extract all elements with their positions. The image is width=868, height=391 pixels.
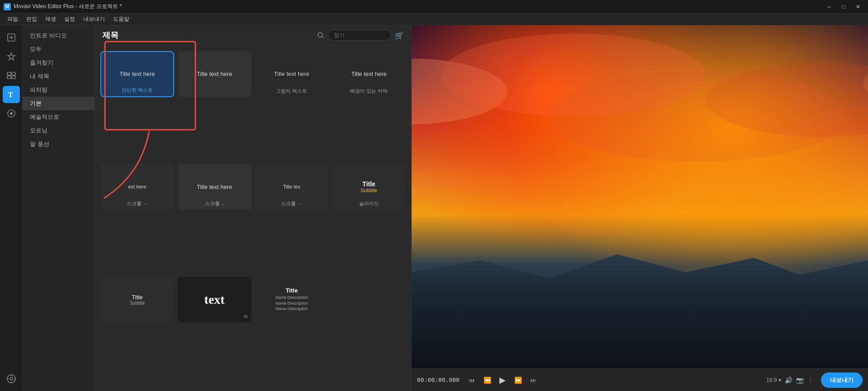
search-input[interactable] (328, 30, 391, 41)
category-speech-bubble[interactable]: 말 풍선 (23, 137, 95, 151)
name-card-title: Title (275, 287, 308, 294)
svg-point-21 (549, 71, 846, 162)
slide-title: Title (360, 180, 377, 188)
sidebar-icon-add-media[interactable] (3, 29, 20, 46)
slide-subtitle: Subtitle (360, 188, 377, 193)
sidebar-icon-text[interactable]: T (3, 86, 20, 103)
sidebar-icon-tools[interactable] (3, 370, 20, 387)
grid-item-text-large: text (204, 292, 225, 307)
svg-point-10 (10, 377, 13, 380)
menu-file[interactable]: 파일 (4, 14, 22, 24)
play-button[interactable]: ▶ (497, 374, 508, 386)
sidebar-icon-effects[interactable] (3, 48, 20, 65)
grid-item-text-scroll-right: ext here (128, 184, 147, 189)
minimize-button[interactable]: ─ (823, 2, 835, 11)
grid-item-slide[interactable]: Title Subtitle 슬라이드 (332, 164, 406, 210)
grid-item-slide-content: Title Subtitle (360, 180, 377, 193)
search-area: 🛒 (317, 30, 404, 41)
grid-item-text-plain: Title text here (197, 71, 232, 77)
preview-panel: 00:00:00.000 ⏮ ⏪ ▶ ⏩ ⏭ 16:9 ▾ 🔊 📷 ⋮ 내보내기 (412, 25, 868, 391)
title-sub-title: Title (130, 294, 145, 301)
category-all[interactable]: 모두 (23, 42, 95, 56)
zoom-icon: ⊖ (242, 312, 250, 320)
grid-item-name-card-content: Title Name DescriptionName DescriptionNa… (275, 287, 308, 312)
grid-item-label-scroll-down: 스크롤 ↓ (205, 200, 224, 207)
svg-point-15 (318, 33, 323, 37)
category-favorites[interactable]: 즐겨찾기 (23, 56, 95, 70)
grid-item-label-bg: 배경이 있는 자막 (350, 88, 388, 94)
volume-button[interactable]: 🔊 (785, 377, 792, 384)
category-intro-video[interactable]: 인트로 비디오 (23, 29, 95, 42)
content-panel: 제목 🛒 Title text here 간단한 텍스트 Title text … (95, 25, 412, 391)
close-button[interactable]: ✕ (852, 2, 864, 11)
content-panel-title: 제목 (102, 30, 119, 41)
title-bar-left: M Movavi Video Editor Plus - 새로운 프로젝트 * (4, 3, 122, 10)
grid-item-label-scroll-right: 스크롤 → (127, 200, 148, 207)
svg-rect-3 (7, 72, 11, 75)
cart-button[interactable]: 🛒 (395, 31, 404, 40)
grid-item-shadow[interactable]: Title text here 그림자 텍스트 (255, 51, 329, 97)
more-options-button[interactable]: ⋮ (807, 377, 814, 384)
icon-sidebar: T (0, 25, 23, 391)
export-button[interactable]: 내보내기 (821, 372, 863, 388)
content-grid: Title text here 간단한 텍스트 Title text here … (95, 46, 411, 391)
grid-item-bg[interactable]: Title text here 배경이 있는 자막 (332, 51, 406, 97)
clouds-overlay (412, 25, 868, 368)
step-back-button[interactable]: ⏪ (481, 374, 493, 386)
grid-item-simple-text[interactable]: Title text here 간단한 텍스트 (100, 51, 174, 97)
skip-to-start-button[interactable]: ⏮ (466, 374, 478, 386)
category-panel: 인트로 비디오 모두 즐겨찾기 내 제목 피처링 기본 예술적으로 오프닝 말 … (23, 25, 95, 391)
sidebar-icon-transitions[interactable] (3, 105, 20, 122)
svg-point-9 (10, 112, 13, 115)
grid-item-label-simple: 간단한 텍스트 (122, 87, 153, 94)
title-bar: M Movavi Video Editor Plus - 새로운 프로젝트 * … (0, 0, 868, 14)
category-featuring[interactable]: 피처링 (23, 83, 95, 97)
menu-export[interactable]: 내보내기 (80, 14, 109, 24)
grid-item-scroll-left[interactable]: Title tex 스크롤 ← (255, 164, 329, 210)
sidebar-icon-split[interactable] (3, 67, 20, 84)
menu-edit[interactable]: 편집 (23, 14, 41, 24)
title-bar-controls: ─ □ ✕ (823, 2, 864, 11)
maximize-button[interactable]: □ (837, 2, 850, 11)
app-icon: M (4, 3, 11, 10)
grid-item-text-shadow: Title text here (274, 71, 309, 77)
title-bar-title: Movavi Video Editor Plus - 새로운 프로젝트 * (14, 3, 122, 10)
skip-to-end-button[interactable]: ⏭ (527, 374, 539, 386)
aspect-ratio-display: 16:9 ▾ (766, 377, 781, 383)
preview-controls: 00:00:00.000 ⏮ ⏪ ▶ ⏩ ⏭ 16:9 ▾ 🔊 📷 ⋮ 내보내기 (412, 368, 868, 391)
grid-item-title-sub[interactable]: Title Subtitle (100, 277, 174, 323)
menu-settings[interactable]: 설정 (61, 14, 79, 24)
preview-image (412, 25, 868, 368)
grid-item-label-scroll-left: 스크롤 ← (281, 200, 302, 207)
grid-item-name-card[interactable]: Title Name DescriptionName DescriptionNa… (255, 277, 329, 323)
svg-text:T: T (8, 91, 13, 99)
snapshot-button[interactable]: 📷 (796, 377, 804, 384)
grid-item-scroll-right[interactable]: ext here 스크롤 → (100, 164, 174, 210)
grid-item-scroll-down[interactable]: Title text here 스크롤 ↓ (178, 164, 251, 210)
category-my-titles[interactable]: 내 제목 (23, 70, 95, 83)
preview-area (412, 25, 868, 368)
menu-play[interactable]: 재생 (42, 14, 60, 24)
grid-item-text-scroll-down: Title text here (197, 184, 232, 190)
grid-item-label-slide: 슬라이드 (359, 200, 379, 207)
svg-line-16 (322, 37, 324, 38)
title-sub-subtitle: Subtitle (130, 301, 145, 306)
grid-item-text-bg: Title text here (351, 71, 386, 77)
grid-item-text-scroll-left: Title tex (283, 184, 300, 189)
svg-rect-5 (7, 76, 11, 79)
svg-rect-6 (12, 76, 15, 79)
timecode-display: 00:00:00.000 (417, 377, 462, 383)
menu-bar: 파일 편집 재생 설정 내보내기 도움말 (0, 14, 868, 25)
main-layout: T 인트로 비디오 모두 즐겨찾기 내 제목 피처링 기본 (0, 25, 868, 391)
search-icon (317, 32, 324, 39)
step-forward-button[interactable]: ⏩ (512, 374, 524, 386)
svg-rect-4 (12, 72, 15, 75)
category-artistic[interactable]: 예술적으로 (23, 110, 95, 124)
category-opening[interactable]: 오프닝 (23, 124, 95, 137)
grid-item-large-text[interactable]: text ⊖ (178, 277, 251, 323)
grid-item-plain[interactable]: Title text here (178, 51, 251, 97)
content-header: 제목 🛒 (95, 25, 411, 46)
menu-help[interactable]: 도움말 (109, 14, 133, 24)
grid-item-text: Title text here (119, 71, 155, 77)
category-basic[interactable]: 기본 (23, 97, 95, 110)
